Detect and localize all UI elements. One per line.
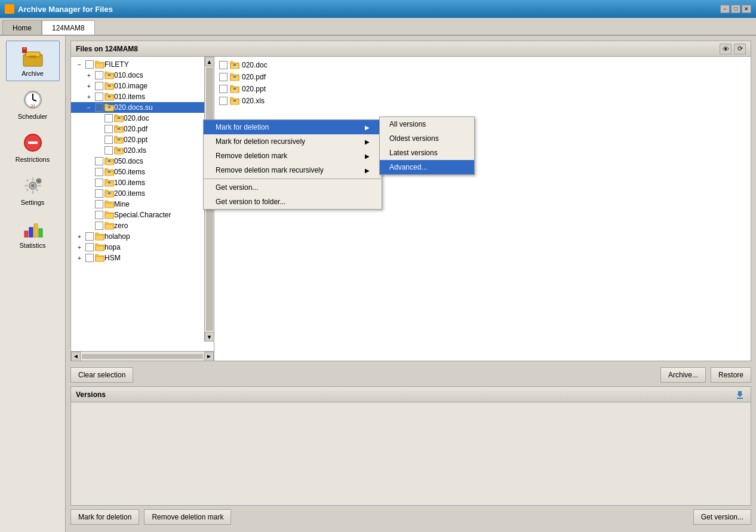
file-checkbox-020doc[interactable]	[219, 61, 228, 69]
ctx-item-mark-delete-recursive[interactable]: Mark for deletion recursively ▶	[204, 134, 382, 149]
maximize-button[interactable]: □	[731, 5, 740, 13]
sidebar-item-restrictions[interactable]: Restrictions	[6, 127, 60, 167]
expander-010docs[interactable]: +	[84, 70, 94, 80]
tree-row-010items[interactable]: + 010.items	[71, 91, 214, 102]
app-icon	[5, 4, 14, 14]
tree-row-holahop[interactable]: + holahop	[71, 231, 214, 242]
tree-row-020xls[interactable]: 020.xls	[71, 145, 214, 156]
tree-row-100items[interactable]: 100.items	[71, 177, 214, 188]
tab-124mam8[interactable]: 124MAM8	[42, 20, 95, 35]
expander-hopa[interactable]: +	[75, 242, 84, 252]
archive-button[interactable]: Archive...	[660, 367, 706, 383]
checkbox-050docs[interactable]	[95, 157, 103, 165]
tree-row-020ppt[interactable]: 020.ppt	[71, 134, 214, 145]
mark-deletion-bottom-button[interactable]: Mark for deletion	[70, 509, 139, 525]
sub-item-advanced[interactable]: Advanced...	[380, 160, 474, 174]
checkbox-010docs[interactable]	[95, 71, 103, 79]
svg-text:2!: 2!	[30, 103, 35, 109]
expander-filety[interactable]: −	[75, 60, 84, 69]
expander-100items	[84, 178, 94, 187]
checkbox-zero[interactable]	[95, 222, 103, 230]
ctx-remove-deletion-label: Remove deletion mark	[216, 152, 287, 160]
ctx-item-get-version[interactable]: Get version...	[204, 180, 382, 195]
get-version-bottom-button[interactable]: Get version...	[693, 509, 751, 525]
checkbox-filety[interactable]	[85, 60, 94, 69]
sidebar-archive-label: Archive	[21, 70, 44, 77]
checkbox-050items[interactable]	[95, 168, 103, 176]
file-item-020doc[interactable]: 020.doc	[219, 59, 746, 71]
clear-selection-button[interactable]: Clear selection	[70, 367, 133, 383]
file-item-020ppt[interactable]: 020.ppt	[219, 83, 746, 95]
expander-holahop[interactable]: +	[75, 232, 84, 241]
tree-row-hopa[interactable]: + hopa	[71, 242, 214, 253]
close-button[interactable]: ✕	[742, 5, 751, 13]
scroll-up-arrow[interactable]: ▲	[205, 57, 214, 66]
tree-label-050items: 050.items	[114, 168, 145, 176]
checkbox-mine[interactable]	[95, 200, 103, 208]
expander-020docs-subfolder[interactable]: −	[84, 103, 94, 112]
remove-deletion-mark-bottom-button[interactable]: Remove deletion mark	[144, 509, 231, 525]
sidebar-item-settings[interactable]: Settings	[6, 170, 60, 210]
ctx-item-mark-delete[interactable]: Mark for deletion ▶	[204, 120, 382, 134]
sidebar-item-archive[interactable]: Archive	[6, 41, 60, 81]
expander-010image[interactable]: +	[84, 81, 94, 91]
sub-item-all-versions[interactable]: All versions	[380, 117, 474, 131]
checkbox-200items[interactable]	[95, 189, 103, 198]
sub-item-latest-versions[interactable]: Latest versions	[380, 146, 474, 160]
h-scroll-right-arrow[interactable]: ►	[204, 352, 214, 361]
content-area: Files on 124MAM8 👁 ⟳ −	[66, 36, 756, 532]
minimize-button[interactable]: −	[720, 5, 730, 13]
ctx-item-remove-deletion[interactable]: Remove deletion mark ▶	[204, 149, 382, 163]
checkbox-020doc[interactable]	[105, 114, 113, 122]
sidebar-item-scheduler[interactable]: 2! Scheduler	[6, 84, 60, 124]
sub-item-oldest-versions[interactable]: Oldest versions	[380, 131, 474, 146]
h-scroll-left-arrow[interactable]: ◄	[71, 352, 81, 361]
checkbox-020xls[interactable]	[105, 146, 113, 155]
checkbox-hsm[interactable]	[85, 254, 94, 262]
tree-row-020docs-subfolder[interactable]: − 020.docs.su	[71, 102, 214, 113]
ctx-item-get-version-folder[interactable]: Get version to folder...	[204, 195, 382, 209]
checkbox-010image[interactable]	[95, 82, 103, 90]
checkbox-hopa[interactable]	[85, 243, 94, 251]
file-item-020xls[interactable]: 020.xls	[219, 95, 746, 107]
tree-row-020pdf[interactable]: 020.pdf	[71, 124, 214, 134]
file-item-020pdf[interactable]: 020.pdf	[219, 71, 746, 83]
tree-row-010image[interactable]: + 010.image	[71, 81, 214, 91]
expander-010items[interactable]: +	[84, 92, 94, 102]
checkbox-holahop[interactable]	[85, 232, 94, 241]
tree-row-200items[interactable]: 200.items	[71, 188, 214, 199]
file-checkbox-020pdf[interactable]	[219, 73, 228, 81]
file-checkbox-020ppt[interactable]	[219, 85, 228, 93]
tree-row-050docs[interactable]: 050.docs	[71, 156, 214, 167]
tree-hscrollbar[interactable]: ◄ ►	[71, 351, 214, 361]
tree-row-hsm[interactable]: + HSM	[71, 253, 214, 263]
refresh-icon-btn[interactable]: ⟳	[734, 44, 746, 54]
tree-row-special-char[interactable]: Special.Character	[71, 210, 214, 220]
view-icon-btn[interactable]: 👁	[720, 44, 732, 54]
checkbox-100items[interactable]	[95, 179, 103, 187]
tab-home[interactable]: Home	[2, 20, 42, 35]
expander-special-char	[84, 210, 94, 220]
scroll-down-arrow[interactable]: ▼	[205, 332, 214, 342]
tree-row-filety[interactable]: − FILETY	[71, 59, 214, 70]
tree-row-050items[interactable]: 050.items	[71, 167, 214, 177]
restore-button[interactable]: Restore	[711, 367, 751, 383]
sidebar-item-statistics[interactable]: Statistics	[6, 213, 60, 253]
tree-row-mine[interactable]: Mine	[71, 199, 214, 210]
checkbox-020docs-subfolder[interactable]	[95, 103, 103, 112]
checkbox-020ppt[interactable]	[105, 136, 113, 144]
file-checkbox-020xls[interactable]	[219, 97, 228, 105]
tree-row-020doc[interactable]: 020.doc	[71, 113, 214, 124]
checkbox-special-char[interactable]	[95, 211, 103, 219]
checkbox-020pdf[interactable]	[105, 125, 113, 133]
h-scroll-track[interactable]	[82, 354, 203, 359]
versions-download-icon[interactable]	[734, 389, 746, 400]
tree-scroll[interactable]: − FILETY + 010.docs	[71, 57, 214, 351]
tree-row-zero[interactable]: zero	[71, 220, 214, 231]
checkbox-010items[interactable]	[95, 93, 103, 101]
ctx-item-remove-deletion-recursive[interactable]: Remove deletion mark recursively ▶	[204, 163, 382, 177]
tree-row-010docs[interactable]: + 010.docs	[71, 70, 214, 81]
expander-hsm[interactable]: +	[75, 253, 84, 263]
ctx-remove-deletion-recursive-arrow: ▶	[365, 167, 370, 174]
tree-label-010docs: 010.docs	[114, 71, 143, 79]
